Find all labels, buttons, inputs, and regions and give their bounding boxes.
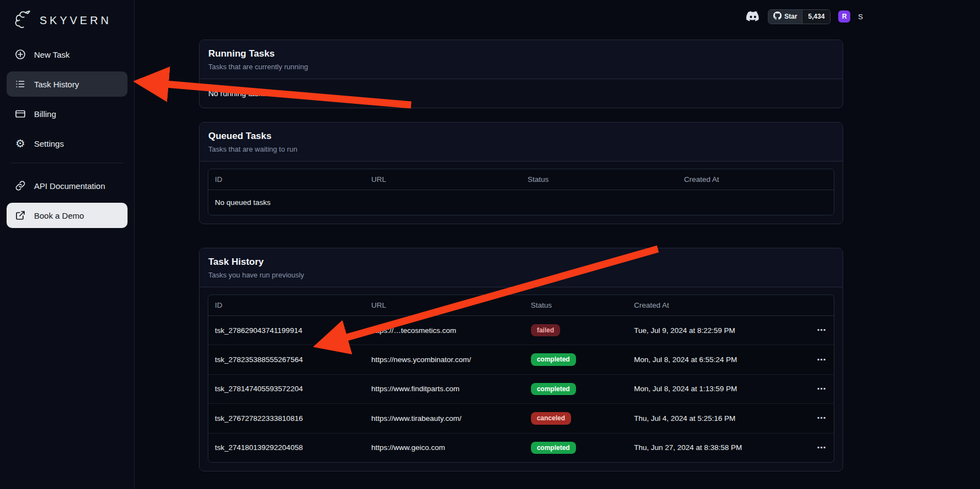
task-created-cell: Mon, Jul 8, 2024 at 1:13:59 PM bbox=[627, 374, 809, 403]
task-id-cell: tsk_274180139292204058 bbox=[208, 433, 365, 462]
column-header-created-at: Created At bbox=[627, 295, 809, 316]
gear-icon: ⚙ bbox=[14, 137, 26, 149]
link-icon bbox=[14, 180, 26, 192]
main-content: Running Tasks Tasks that are currently r… bbox=[199, 40, 843, 471]
sidebar-secondary-nav: API Documentation Book a Demo bbox=[7, 173, 128, 228]
status-badge: failed bbox=[531, 324, 560, 336]
card-title: Queued Tasks bbox=[208, 131, 834, 142]
sidebar-divider bbox=[11, 163, 123, 163]
status-badge: completed bbox=[531, 442, 576, 454]
column-header-status: Status bbox=[524, 295, 628, 316]
column-header-id: ID bbox=[208, 169, 365, 190]
table-row[interactable]: tsk_278147405593572204 https://www.findi… bbox=[208, 374, 834, 403]
task-history-table: ID URL Status Created At tsk_27862904374… bbox=[208, 294, 834, 463]
task-url-cell: https://www.tirabeauty.com/ bbox=[365, 404, 524, 433]
sidebar: SKYVERN New Task Task History bbox=[0, 0, 135, 489]
logo-wordmark: SKYVERN bbox=[40, 14, 112, 27]
row-actions-button[interactable]: ⋯ bbox=[817, 385, 826, 393]
github-star-count: 5,434 bbox=[802, 10, 830, 24]
task-id-cell: tsk_276727822333810816 bbox=[208, 404, 365, 433]
table-row[interactable]: tsk_276727822333810816 https://www.tirab… bbox=[208, 404, 834, 433]
user-label: S bbox=[858, 13, 863, 21]
sidebar-item-new-task[interactable]: New Task bbox=[7, 42, 128, 67]
plus-circle-icon bbox=[14, 48, 26, 60]
row-actions-button[interactable]: ⋯ bbox=[817, 355, 826, 364]
sidebar-item-settings[interactable]: ⚙ Settings bbox=[7, 131, 128, 156]
column-header-actions bbox=[809, 295, 834, 316]
card-title: Running Tasks bbox=[208, 48, 834, 59]
queued-tasks-header: Queued Tasks Tasks that are waiting to r… bbox=[200, 123, 843, 162]
status-badge: completed bbox=[531, 353, 576, 365]
sidebar-item-billing[interactable]: Billing bbox=[7, 101, 128, 126]
table-row[interactable]: tsk_274180139292204058 https://www.geico… bbox=[208, 433, 834, 462]
column-header-url: URL bbox=[365, 169, 522, 190]
card-subtitle: Tasks that are currently running bbox=[208, 63, 834, 71]
task-created-cell: Thu, Jun 27, 2024 at 8:38:58 PM bbox=[627, 433, 809, 462]
running-tasks-card: Running Tasks Tasks that are currently r… bbox=[199, 40, 843, 108]
credit-card-icon bbox=[14, 108, 26, 120]
card-subtitle: Tasks you have run previously bbox=[208, 271, 834, 279]
task-created-cell: Tue, Jul 9, 2024 at 8:22:59 PM bbox=[627, 316, 809, 345]
column-header-id: ID bbox=[208, 295, 365, 316]
sidebar-item-label: Settings bbox=[34, 139, 64, 148]
running-tasks-header: Running Tasks Tasks that are currently r… bbox=[200, 40, 843, 79]
row-actions-button[interactable]: ⋯ bbox=[817, 326, 826, 335]
row-actions-button[interactable]: ⋯ bbox=[817, 443, 826, 452]
task-url-cell: https://www.finditparts.com bbox=[365, 374, 524, 403]
github-star-button[interactable]: Star 5,434 bbox=[768, 9, 830, 24]
external-link-icon bbox=[14, 209, 26, 221]
table-row[interactable]: tsk_278629043741199914 https://…tecosmet… bbox=[208, 316, 834, 345]
card-subtitle: Tasks that are waiting to run bbox=[208, 145, 834, 153]
avatar[interactable]: R bbox=[838, 10, 850, 23]
book-a-demo-button[interactable]: Book a Demo bbox=[7, 203, 128, 228]
task-url-cell: https://…tecosmetics.com bbox=[365, 316, 524, 345]
sidebar-item-label: New Task bbox=[34, 50, 70, 59]
queued-tasks-empty-message: No queued tasks bbox=[208, 190, 834, 215]
task-url-cell: https://news.ycombinator.com/ bbox=[365, 345, 524, 374]
task-created-cell: Mon, Jul 8, 2024 at 6:55:24 PM bbox=[627, 345, 809, 374]
row-actions-button[interactable]: ⋯ bbox=[817, 414, 826, 423]
sidebar-item-label: Task History bbox=[34, 80, 79, 89]
task-history-header: Task History Tasks you have run previous… bbox=[200, 248, 843, 287]
task-history-card: Task History Tasks you have run previous… bbox=[199, 248, 843, 471]
column-header-url: URL bbox=[365, 295, 524, 316]
status-badge: canceled bbox=[531, 412, 571, 424]
queued-tasks-table: ID URL Status Created At No queued tasks bbox=[208, 169, 834, 215]
list-icon bbox=[14, 78, 26, 90]
github-icon bbox=[773, 12, 782, 21]
sidebar-item-label: Book a Demo bbox=[34, 211, 84, 220]
dragon-logo-icon bbox=[10, 8, 35, 33]
task-id-cell: tsk_278147405593572204 bbox=[208, 374, 365, 403]
running-tasks-empty-message: No running tasks bbox=[200, 79, 843, 108]
sidebar-nav: New Task Task History Billing bbox=[7, 42, 128, 156]
status-badge: completed bbox=[531, 383, 576, 395]
task-created-cell: Thu, Jul 4, 2024 at 5:25:16 PM bbox=[627, 404, 809, 433]
discord-icon[interactable] bbox=[746, 11, 760, 22]
sidebar-item-task-history[interactable]: Task History bbox=[7, 71, 128, 97]
task-url-cell: https://www.geico.com bbox=[365, 433, 524, 462]
task-id-cell: tsk_278235388555267564 bbox=[208, 345, 365, 374]
column-header-status: Status bbox=[521, 169, 678, 190]
sidebar-item-label: Billing bbox=[34, 109, 56, 119]
sidebar-item-api-documentation[interactable]: API Documentation bbox=[7, 173, 128, 198]
topbar: Star 5,434 R S bbox=[746, 8, 863, 25]
github-star-label: Star bbox=[784, 13, 797, 20]
queued-tasks-card: Queued Tasks Tasks that are waiting to r… bbox=[199, 122, 843, 224]
card-title: Task History bbox=[208, 257, 834, 268]
empty-row: No queued tasks bbox=[208, 190, 834, 215]
task-id-cell: tsk_278629043741199914 bbox=[208, 316, 365, 345]
table-row[interactable]: tsk_278235388555267564 https://news.ycom… bbox=[208, 345, 834, 374]
skyvern-logo[interactable]: SKYVERN bbox=[7, 7, 128, 42]
sidebar-item-label: API Documentation bbox=[34, 181, 105, 191]
column-header-created-at: Created At bbox=[678, 169, 834, 190]
